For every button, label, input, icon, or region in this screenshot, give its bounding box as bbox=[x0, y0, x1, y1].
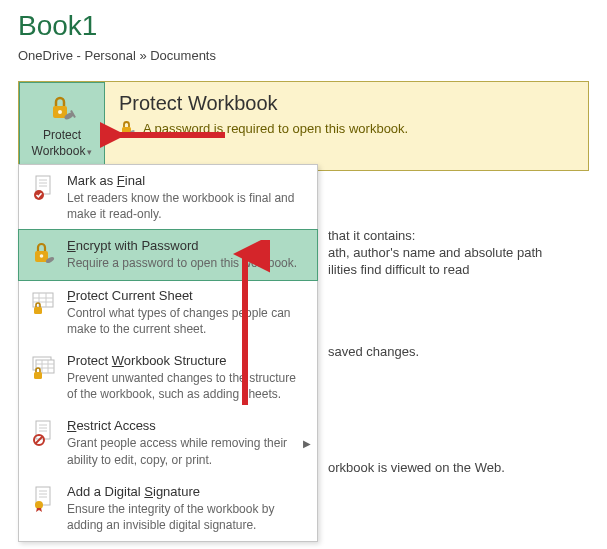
menu-desc: Control what types of changes people can… bbox=[67, 305, 299, 337]
menu-title: Restrict Access bbox=[67, 418, 299, 433]
sheet-lock-icon bbox=[29, 288, 59, 318]
protect-workbook-panel: Protect Workbook▾ Protect Workbook A pas… bbox=[18, 81, 589, 171]
bg-text-2: ath, author's name and absolute path bbox=[328, 245, 542, 260]
menu-desc: Grant people access while removing their… bbox=[67, 435, 299, 467]
menu-desc: Prevent unwanted changes to the structur… bbox=[67, 370, 299, 402]
mini-lock-icon bbox=[119, 119, 137, 137]
svg-rect-19 bbox=[34, 307, 42, 314]
protect-workbook-dropdown: Mark as Final Let readers know the workb… bbox=[18, 164, 318, 542]
menu-item-digital-signature[interactable]: Add a Digital Signature Ensure the integ… bbox=[19, 476, 317, 541]
lock-key-icon bbox=[46, 92, 78, 124]
bg-text-5: orkbook is viewed on the Web. bbox=[328, 460, 505, 475]
page-title: Book1 bbox=[18, 10, 589, 42]
menu-title: Mark as Final bbox=[67, 173, 299, 188]
svg-rect-21 bbox=[36, 360, 54, 373]
svg-point-1 bbox=[58, 110, 62, 114]
menu-title: Encrypt with Password bbox=[67, 238, 299, 253]
chevron-down-icon: ▾ bbox=[87, 147, 92, 157]
menu-item-protect-sheet[interactable]: Protect Current Sheet Control what types… bbox=[19, 280, 317, 345]
menu-title: Add a Digital Signature bbox=[67, 484, 299, 499]
menu-item-protect-structure[interactable]: Protect Workbook Structure Prevent unwan… bbox=[19, 345, 317, 410]
bg-text-1: that it contains: bbox=[328, 228, 415, 243]
bg-text-3: ilities find difficult to read bbox=[328, 262, 469, 277]
workbook-lock-icon bbox=[29, 353, 59, 383]
submenu-arrow-icon: ▶ bbox=[303, 438, 311, 449]
panel-subtitle: A password is required to open this work… bbox=[119, 119, 408, 137]
svg-point-37 bbox=[35, 501, 43, 509]
document-no-icon bbox=[29, 418, 59, 448]
document-badge-icon bbox=[29, 173, 59, 203]
menu-title: Protect Workbook Structure bbox=[67, 353, 299, 368]
menu-title: Protect Current Sheet bbox=[67, 288, 299, 303]
menu-item-mark-final[interactable]: Mark as Final Let readers know the workb… bbox=[19, 165, 317, 230]
bg-text-4: saved changes. bbox=[328, 344, 419, 359]
protect-button-label: Protect Workbook▾ bbox=[32, 128, 93, 159]
menu-desc: Require a password to open this workbook… bbox=[67, 255, 299, 271]
svg-point-12 bbox=[40, 255, 44, 259]
menu-item-encrypt-password[interactable]: Encrypt with Password Require a password… bbox=[18, 229, 318, 280]
protect-workbook-button[interactable]: Protect Workbook▾ bbox=[19, 82, 105, 170]
menu-desc: Let readers know the workbook is final a… bbox=[67, 190, 299, 222]
breadcrumb: OneDrive - Personal » Documents bbox=[18, 48, 589, 63]
document-ribbon-icon bbox=[29, 484, 59, 514]
svg-rect-26 bbox=[34, 372, 42, 379]
menu-desc: Ensure the integrity of the workbook by … bbox=[67, 501, 299, 533]
menu-item-restrict-access[interactable]: Restrict Access Grant people access whil… bbox=[19, 410, 317, 475]
lock-key-icon bbox=[29, 238, 59, 268]
panel-heading: Protect Workbook bbox=[119, 92, 408, 115]
